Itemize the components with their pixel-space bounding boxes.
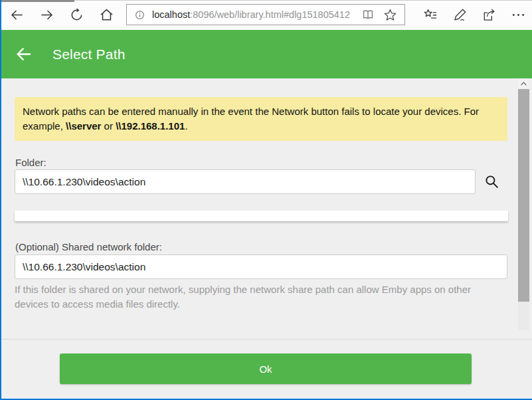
back-icon: [9, 7, 25, 23]
path-suggestions-panel: [15, 211, 508, 221]
home-button[interactable]: [92, 0, 122, 30]
notice-example-ip: \\192.168.1.101: [116, 120, 185, 132]
address-bar[interactable]: localhost:8096/web/library.html#dlg15180…: [126, 4, 405, 25]
browser-window: localhost:8096/web/library.html#dlg15180…: [0, 0, 532, 400]
shared-folder-help: If this folder is shared on your network…: [15, 282, 503, 312]
share-button[interactable]: [474, 0, 503, 30]
url-text: localhost:8096/web/library.html#dlg15180…: [152, 9, 350, 20]
ink-annotate-button[interactable]: [445, 0, 474, 30]
forward-button[interactable]: [32, 0, 62, 30]
dialog-header: Select Path: [0, 30, 532, 78]
folder-label: Folder:: [15, 157, 46, 168]
site-info-icon[interactable]: [132, 9, 147, 21]
chevron-up-icon: [520, 81, 527, 86]
favorites-hub-button[interactable]: [416, 0, 445, 30]
more-ellipsis-icon: [511, 7, 526, 23]
vertical-scrollbar[interactable]: [518, 78, 529, 330]
reading-view-icon[interactable]: [359, 8, 377, 21]
refresh-icon: [69, 7, 84, 23]
folder-input[interactable]: [15, 169, 476, 194]
scrollbar-up-arrow[interactable]: [518, 78, 529, 89]
url-path: :8096/web/library.html#dlg1518054122158: [190, 9, 350, 20]
scrollbar-thumb[interactable]: [518, 89, 529, 302]
forward-icon: [39, 7, 54, 23]
refresh-button[interactable]: [62, 0, 92, 30]
arrow-left-icon: [15, 45, 33, 63]
notice-example-server: \\server: [66, 120, 101, 132]
favorite-star-icon[interactable]: [381, 8, 399, 22]
shared-folder-label: (Optional) Shared network folder:: [15, 241, 162, 252]
browser-toolbar: localhost:8096/web/library.html#dlg15180…: [0, 0, 532, 30]
back-button[interactable]: [2, 0, 32, 30]
notice-box: Network paths can be entered manually in…: [15, 97, 507, 141]
shared-folder-input[interactable]: [15, 254, 507, 279]
home-icon: [99, 7, 114, 23]
ok-button[interactable]: Ok: [60, 353, 472, 384]
ink-annotate-icon: [452, 7, 468, 23]
search-icon: [484, 173, 500, 190]
share-icon: [482, 7, 497, 23]
notice-period: .: [185, 120, 187, 132]
notice-or: or: [101, 120, 116, 132]
favorites-hub-icon: [423, 7, 438, 23]
url-host: localhost: [152, 9, 190, 20]
dialog-back-button[interactable]: [15, 45, 33, 63]
footer-divider: [0, 339, 532, 340]
more-button[interactable]: [503, 0, 532, 30]
window-border-left: [0, 0, 1, 400]
dialog-title: Select Path: [52, 47, 126, 62]
browse-search-button[interactable]: [482, 172, 501, 191]
